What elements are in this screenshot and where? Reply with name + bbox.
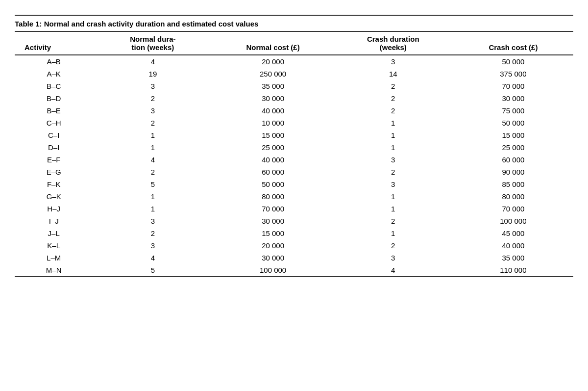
cell-normal-duration: 3: [93, 239, 213, 252]
cell-normal-cost: 100 000: [213, 264, 333, 277]
cell-normal-cost: 80 000: [213, 190, 333, 203]
cell-activity: H–J: [15, 203, 93, 215]
cell-normal-duration: 3: [93, 80, 213, 92]
cell-normal-cost: 10 000: [213, 117, 333, 129]
table-row: C–H210 000150 000: [15, 117, 573, 129]
table-row: A–B420 000350 000: [15, 55, 573, 68]
table-row: M–N5100 0004110 000: [15, 264, 573, 277]
cell-activity: I–J: [15, 215, 93, 227]
cell-crash-cost: 100 000: [453, 215, 573, 227]
cell-crash-cost: 70 000: [453, 203, 573, 215]
cell-crash-duration: 2: [333, 80, 453, 92]
cell-crash-duration: 1: [333, 190, 453, 203]
cell-crash-cost: 70 000: [453, 80, 573, 92]
cell-crash-cost: 50 000: [453, 117, 573, 129]
cell-activity: A–K: [15, 68, 93, 80]
cell-activity: B–E: [15, 104, 93, 117]
cell-normal-duration: 2: [93, 227, 213, 239]
cell-activity: L–M: [15, 252, 93, 264]
cell-crash-duration: 4: [333, 264, 453, 277]
cell-normal-duration: 5: [93, 264, 213, 277]
cell-normal-duration: 2: [93, 117, 213, 129]
table-row: E–F440 000360 000: [15, 154, 573, 166]
cell-crash-cost: 60 000: [453, 154, 573, 166]
col-header-normal-duration: Normal dura-tion (weeks): [93, 31, 213, 55]
cell-normal-cost: 15 000: [213, 129, 333, 141]
cell-crash-duration: 3: [333, 178, 453, 190]
cell-normal-duration: 2: [93, 166, 213, 178]
cell-crash-cost: 375 000: [453, 68, 573, 80]
table-row: L–M430 000335 000: [15, 252, 573, 264]
col-header-crash-cost: Crash cost (£): [453, 31, 573, 55]
cell-normal-cost: 40 000: [213, 104, 333, 117]
cell-crash-duration: 1: [333, 129, 453, 141]
cell-crash-duration: 1: [333, 227, 453, 239]
cell-normal-cost: 30 000: [213, 215, 333, 227]
cell-normal-duration: 2: [93, 92, 213, 104]
cell-normal-duration: 5: [93, 178, 213, 190]
cell-crash-duration: 2: [333, 166, 453, 178]
cell-crash-cost: 25 000: [453, 141, 573, 154]
cell-activity: F–K: [15, 178, 93, 190]
cell-crash-cost: 35 000: [453, 252, 573, 264]
cell-activity: B–C: [15, 80, 93, 92]
cell-activity: C–H: [15, 117, 93, 129]
data-table: Activity Normal dura-tion (weeks) Normal…: [15, 31, 573, 277]
cell-crash-duration: 3: [333, 154, 453, 166]
cell-crash-cost: 45 000: [453, 227, 573, 239]
cell-crash-duration: 3: [333, 252, 453, 264]
cell-crash-cost: 15 000: [453, 129, 573, 141]
table-row: D–I125 000125 000: [15, 141, 573, 154]
cell-normal-duration: 4: [93, 154, 213, 166]
cell-crash-cost: 75 000: [453, 104, 573, 117]
cell-activity: M–N: [15, 264, 93, 277]
cell-activity: C–I: [15, 129, 93, 141]
cell-crash-cost: 30 000: [453, 92, 573, 104]
table-row: E–G260 000290 000: [15, 166, 573, 178]
cell-normal-cost: 70 000: [213, 203, 333, 215]
cell-normal-cost: 250 000: [213, 68, 333, 80]
table-row: G–K180 000180 000: [15, 190, 573, 203]
cell-crash-cost: 85 000: [453, 178, 573, 190]
table-row: B–E340 000275 000: [15, 104, 573, 117]
cell-activity: B–D: [15, 92, 93, 104]
table-row: B–D230 000230 000: [15, 92, 573, 104]
cell-normal-cost: 60 000: [213, 166, 333, 178]
cell-activity: J–L: [15, 227, 93, 239]
cell-normal-cost: 20 000: [213, 239, 333, 252]
table-title: Table 1: Normal and crash activity durat…: [15, 15, 573, 31]
table-row: H–J170 000170 000: [15, 203, 573, 215]
cell-normal-duration: 4: [93, 55, 213, 68]
cell-normal-duration: 1: [93, 190, 213, 203]
cell-normal-duration: 1: [93, 141, 213, 154]
table-row: I–J330 0002100 000: [15, 215, 573, 227]
cell-crash-duration: 1: [333, 203, 453, 215]
cell-crash-cost: 40 000: [453, 239, 573, 252]
cell-normal-duration: 1: [93, 129, 213, 141]
cell-activity: K–L: [15, 239, 93, 252]
cell-normal-cost: 40 000: [213, 154, 333, 166]
cell-crash-duration: 1: [333, 141, 453, 154]
cell-normal-cost: 15 000: [213, 227, 333, 239]
cell-normal-cost: 35 000: [213, 80, 333, 92]
cell-crash-duration: 3: [333, 55, 453, 68]
table-row: B–C335 000270 000: [15, 80, 573, 92]
cell-crash-duration: 2: [333, 215, 453, 227]
table-row: A–K19250 00014375 000: [15, 68, 573, 80]
cell-normal-duration: 3: [93, 215, 213, 227]
table-row: C–I115 000115 000: [15, 129, 573, 141]
cell-crash-duration: 1: [333, 117, 453, 129]
cell-normal-cost: 25 000: [213, 141, 333, 154]
col-header-crash-duration: Crash duration(weeks): [333, 31, 453, 55]
cell-activity: E–F: [15, 154, 93, 166]
cell-normal-cost: 30 000: [213, 92, 333, 104]
cell-crash-duration: 2: [333, 104, 453, 117]
cell-normal-duration: 4: [93, 252, 213, 264]
cell-normal-cost: 50 000: [213, 178, 333, 190]
cell-crash-duration: 14: [333, 68, 453, 80]
cell-crash-duration: 2: [333, 92, 453, 104]
cell-normal-duration: 19: [93, 68, 213, 80]
col-header-normal-cost: Normal cost (£): [213, 31, 333, 55]
cell-normal-duration: 1: [93, 203, 213, 215]
table-row: J–L215 000145 000: [15, 227, 573, 239]
